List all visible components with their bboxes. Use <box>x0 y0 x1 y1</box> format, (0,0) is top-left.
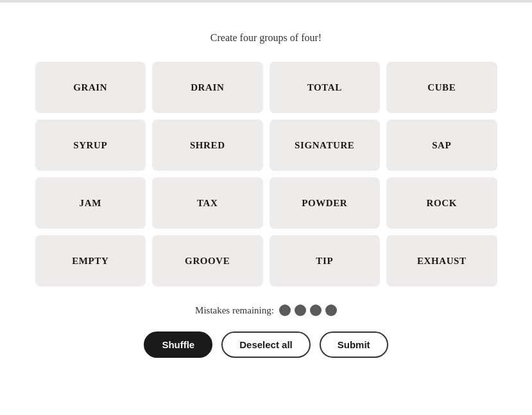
word-tile[interactable]: GRAIN <box>35 62 146 113</box>
word-tile[interactable]: ROCK <box>386 177 497 229</box>
word-tile[interactable]: POWDER <box>270 177 381 229</box>
word-tile[interactable]: GROOVE <box>152 235 263 287</box>
action-buttons: Shuffle Deselect all Submit <box>144 331 388 358</box>
mistake-dots <box>279 305 337 316</box>
word-tile[interactable]: EXHAUST <box>386 235 497 287</box>
word-tile[interactable]: SYRUP <box>35 119 146 171</box>
submit-button[interactable]: Submit <box>320 331 388 358</box>
mistake-dot <box>295 305 306 316</box>
word-tile[interactable]: EMPTY <box>35 235 146 287</box>
word-tile[interactable]: TIP <box>270 235 381 287</box>
word-tile[interactable]: SIGNATURE <box>270 119 381 171</box>
word-tile[interactable]: TAX <box>152 177 263 229</box>
shuffle-button[interactable]: Shuffle <box>144 331 212 358</box>
top-bar <box>0 0 532 3</box>
mistakes-row: Mistakes remaining: <box>195 305 337 316</box>
subtitle: Create four groups of four! <box>210 32 322 44</box>
mistake-dot <box>325 305 337 316</box>
mistakes-label: Mistakes remaining: <box>195 305 274 316</box>
word-grid: GRAINDRAINTOTALCUBESYRUPSHREDSIGNATURESA… <box>35 62 497 287</box>
mistake-dot <box>279 305 291 316</box>
mistake-dot <box>310 305 322 316</box>
word-tile[interactable]: CUBE <box>386 62 497 113</box>
word-tile[interactable]: JAM <box>35 177 146 229</box>
word-tile[interactable]: SHRED <box>152 119 263 171</box>
word-tile[interactable]: DRAIN <box>152 62 263 113</box>
word-tile[interactable]: TOTAL <box>270 62 381 113</box>
word-tile[interactable]: SAP <box>386 119 497 171</box>
deselect-button[interactable]: Deselect all <box>221 331 311 358</box>
